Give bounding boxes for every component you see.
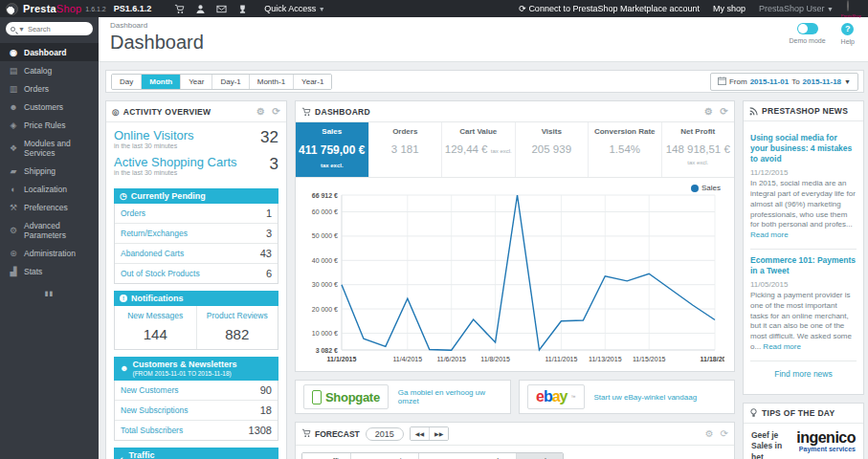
svg-text:11/4/2015: 11/4/2015 — [393, 356, 423, 362]
toggle-sales[interactable]: Sales — [516, 453, 563, 459]
gear-icon: ⊛ — [9, 249, 18, 258]
cart-icon — [301, 428, 311, 440]
ebay-logo: ebay™ — [527, 384, 585, 409]
online-visitors-row[interactable]: Online Visitorsin the last 30 minutes 32 — [114, 128, 278, 155]
range-button-month[interactable]: Month — [141, 75, 180, 89]
ebay-ad[interactable]: ebay™ Start uw eBay-winkel vandaag — [519, 380, 735, 414]
toggle-average-cart-value[interactable]: Average Cart Value — [418, 453, 515, 459]
new-messages-cell[interactable]: New Messages144 — [115, 306, 196, 349]
svg-text:11/13/2015: 11/13/2015 — [589, 356, 622, 362]
news-title-link[interactable]: Using social media for your business: 4 … — [750, 133, 857, 164]
find-more-news-link[interactable]: Find more news — [750, 361, 857, 388]
messages-icon[interactable] — [211, 3, 232, 13]
gauge-icon: ◉ — [9, 48, 18, 57]
date-to: 2015-11-18 — [803, 77, 841, 86]
range-button-day-1[interactable]: Day-1 — [211, 75, 248, 89]
customers-newsletters-header: ☻ Customers & Newsletters(FROM 2015-11-0… — [114, 357, 278, 381]
sidebar-search[interactable]: ▼ — [6, 22, 93, 35]
range-button-day[interactable]: Day — [112, 75, 141, 89]
user-menu[interactable]: PrestaShop User ▼ — [759, 4, 834, 13]
news-item: Ecommerce 101: Payments in a Tweet 11/05… — [750, 250, 857, 361]
sidebar-item-price-rules[interactable]: ◈Price Rules — [0, 116, 99, 134]
activity-overview-panel: ◎ ACTIVITY OVERVIEW ⚙⟳ Online Visitorsin… — [105, 100, 287, 459]
panel-refresh-icon[interactable]: ⟳ — [720, 106, 728, 117]
version-small: 1.6.1.2 — [85, 6, 105, 12]
read-more-link[interactable]: Read more — [750, 230, 789, 239]
range-button-year-1[interactable]: Year-1 — [293, 75, 331, 89]
trophy-icon[interactable] — [232, 3, 253, 13]
collapse-menu-button[interactable]: ▮▮ — [0, 290, 99, 297]
traffic-header: ◐ Traffic(FROM 2015-11-01 TO 2015-11-18) — [114, 448, 278, 459]
list-item-out-of-stock[interactable]: Out of Stock Products6 — [115, 263, 278, 283]
search-input[interactable] — [28, 25, 83, 33]
range-button-year[interactable]: Year — [180, 75, 211, 89]
cart-icon — [301, 107, 311, 117]
sidebar-item-dashboard[interactable]: ◉Dashboard — [0, 43, 99, 61]
clock-icon: ◷ — [120, 191, 127, 201]
date-range-picker[interactable]: From2015-11-01 To2015-11-18 ▼ — [710, 73, 858, 91]
sidebar-item-shipping[interactable]: ▰Shipping — [0, 162, 99, 180]
panel-settings-icon[interactable]: ⚙ — [704, 106, 713, 117]
read-more-link[interactable]: Read more — [763, 342, 801, 351]
lightbulb-icon — [749, 408, 758, 418]
sidebar-item-modules[interactable]: ❖Modules and Services — [0, 134, 99, 162]
chevron-down-icon: ▼ — [844, 78, 851, 85]
chevron-down-icon: ▼ — [827, 6, 834, 12]
kpi-tab-conversion-rate[interactable]: Conversion Rate1.54% — [589, 122, 662, 177]
list-item-new-subscriptions[interactable]: New Subscriptions18 — [115, 400, 278, 420]
kpi-tab-orders[interactable]: Orders3 181 — [369, 122, 443, 177]
panel-title: DASHBOARD — [315, 107, 370, 117]
ebay-link[interactable]: Start uw eBay-winkel vandaag — [594, 393, 698, 402]
sidebar-item-stats[interactable]: ▟Stats — [0, 262, 99, 280]
sidebar: ▼ ◉Dashboard ▤Catalog ▥Orders ☻Customers… — [0, 17, 99, 459]
book-icon: ▤ — [9, 66, 18, 76]
cart-icon[interactable] — [168, 3, 189, 13]
tips-of-the-day-panel: TIPS OF THE DAY ingenico Payment service… — [743, 403, 864, 459]
panel-refresh-icon[interactable]: ⟳ — [721, 428, 728, 439]
range-button-month-1[interactable]: Month-1 — [249, 75, 293, 89]
svg-text:11/18/201: 11/18/201 — [701, 356, 724, 362]
sidebar-item-preferences[interactable]: ⚒Preferences — [0, 198, 99, 216]
list-item-new-customers[interactable]: New Customers90 — [115, 381, 278, 400]
list-item-total-subscribers[interactable]: Total Subscribers1308 — [115, 420, 278, 440]
my-shop-link[interactable]: My shop — [713, 4, 746, 13]
kpi-tab-visits[interactable]: Visits205 939 — [516, 122, 590, 177]
panel-settings-icon[interactable]: ⚙ — [256, 106, 265, 117]
customer-icon[interactable] — [189, 3, 211, 13]
product-reviews-cell[interactable]: Product Reviews882 — [196, 306, 278, 349]
kpi-tab-net-profit[interactable]: Net Profit148 918,51 € tax excl. — [662, 122, 735, 177]
kpi-tab-sales[interactable]: Sales411 759,00 € tax excl. — [296, 122, 369, 177]
ingenico-logo: ingenico Payment services — [796, 430, 856, 453]
dashboard-panel: DASHBOARD ⚙⟳ Sales411 759,00 € tax excl.… — [295, 100, 735, 372]
forecast-metric-toggles: Traffic Conversion Average Cart Value Sa… — [301, 452, 564, 459]
active-carts-row[interactable]: Active Shopping Cartsin the last 30 minu… — [114, 155, 278, 182]
list-item-abandoned-carts[interactable]: Abandoned Carts43 — [115, 243, 278, 263]
sidebar-item-administration[interactable]: ⊛Administration — [0, 244, 99, 262]
toggle-conversion[interactable]: Conversion — [350, 453, 418, 459]
kpi-tab-cart-value[interactable]: Cart Value129,44 € tax excl. — [442, 122, 516, 177]
previous-year-button[interactable]: ◀◀ — [411, 427, 429, 440]
news-title-link[interactable]: Ecommerce 101: Payments in a Tweet — [750, 255, 857, 276]
marketplace-link[interactable]: ⟳ Connect to PrestaShop Marketplace acco… — [519, 4, 700, 13]
forecast-year[interactable]: 2015 — [366, 427, 404, 441]
sidebar-item-customers[interactable]: ☻Customers — [0, 98, 99, 116]
sidebar-item-orders[interactable]: ▥Orders — [0, 79, 99, 98]
list-item-orders[interactable]: Orders1 — [115, 204, 278, 223]
chart-legend[interactable]: Sales — [691, 184, 721, 192]
next-year-button[interactable]: ▶▶ — [429, 427, 448, 440]
panel-settings-icon[interactable]: ⚙ — [705, 428, 714, 439]
sidebar-item-localization[interactable]: ◐Localization — [0, 180, 99, 198]
sidebar-item-catalog[interactable]: ▤Catalog — [0, 61, 99, 79]
panel-refresh-icon[interactable]: ⟳ — [272, 106, 280, 117]
list-item-returns[interactable]: Return/Exchanges3 — [115, 223, 278, 243]
sidebar-item-advanced-parameters[interactable]: ⚙Advanced Parameters — [0, 216, 99, 244]
help-icon[interactable]: ? — [841, 23, 854, 35]
shopgate-ad[interactable]: Shopgate Ga mobiel en verhoog uw omzet — [295, 380, 511, 414]
demo-mode-toggle[interactable] — [797, 23, 818, 34]
prestashop-logo[interactable] — [6, 3, 18, 15]
avatar[interactable]: PrestaShop — [847, 1, 862, 16]
toggle-traffic[interactable]: Traffic — [302, 453, 350, 459]
page-header: Dashboard Dashboard Demo mode ? Help — [99, 17, 868, 62]
quick-access-menu[interactable]: Quick Access ▼ — [264, 4, 324, 13]
shopgate-link[interactable]: Ga mobiel en verhoog uw omzet — [398, 388, 502, 405]
